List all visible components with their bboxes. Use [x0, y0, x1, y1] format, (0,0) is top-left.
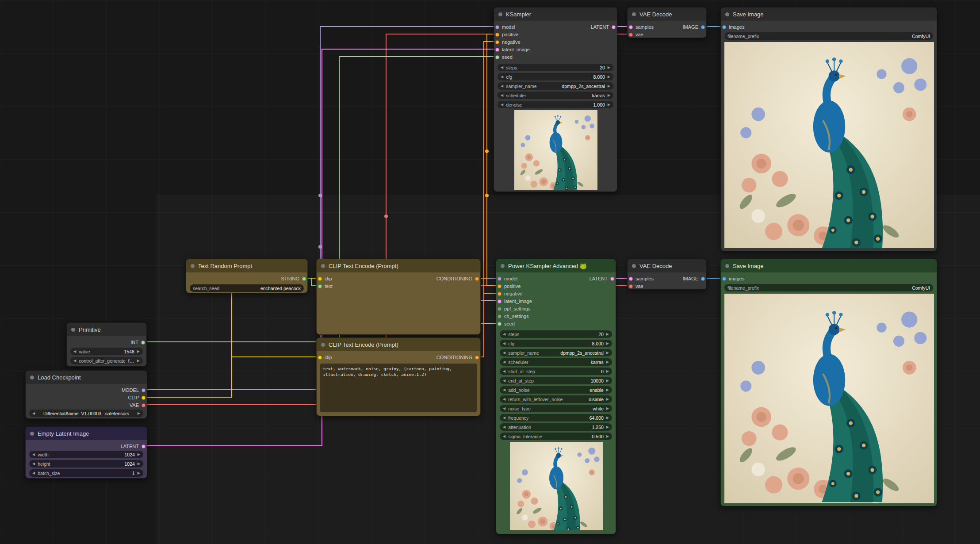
widget-sigma-tolerance[interactable]: ◀ sigma_tolerance 0.500 ▶: [500, 433, 612, 440]
stepper-right-icon[interactable]: ▶: [606, 435, 609, 438]
slot-dot[interactable]: [498, 322, 501, 326]
output-slot-clip[interactable]: CLIP: [128, 394, 145, 401]
output-slot-model[interactable]: MODEL: [122, 387, 145, 394]
widget-batch-size[interactable]: ◀ batch_size 1 ▶: [29, 469, 143, 477]
input-slot-seed[interactable]: seed: [495, 54, 513, 61]
node-clip-text-encode-positive[interactable]: CLIP Text Encode (Prompt) clip text COND…: [316, 259, 481, 335]
widget-start-at-step[interactable]: ◀ start_at_step 0 ▶: [500, 368, 612, 375]
stepper-left-icon[interactable]: ◀: [503, 333, 505, 336]
stepper-right-icon[interactable]: ▶: [606, 388, 609, 392]
slot-dot[interactable]: [495, 48, 499, 52]
stepper-left-icon[interactable]: ◀: [503, 351, 505, 355]
stepper-left-icon[interactable]: ◀: [32, 453, 35, 456]
stepper-left-icon[interactable]: ◀: [503, 379, 505, 383]
widget-return-with-leftover-noise[interactable]: ◀ return_with_leftover_noise disable ▶: [500, 395, 612, 403]
stepper-left-icon[interactable]: ◀: [503, 435, 505, 438]
slot-dot[interactable]: [701, 25, 705, 29]
slot-dot[interactable]: [495, 33, 499, 37]
stepper-right-icon[interactable]: ▶: [606, 379, 609, 383]
slot-dot[interactable]: [612, 25, 616, 29]
node-header[interactable]: Load Checkpoint: [26, 371, 147, 384]
input-slot-positive[interactable]: positive: [495, 31, 518, 38]
slot-dot[interactable]: [495, 25, 499, 29]
slot-dot[interactable]: [318, 284, 322, 288]
stepper-right-icon[interactable]: ▶: [137, 359, 140, 363]
stepper-right-icon[interactable]: ▶: [606, 351, 609, 355]
slot-dot[interactable]: [495, 40, 499, 44]
slot-dot[interactable]: [142, 388, 145, 392]
slot-dot[interactable]: [610, 277, 614, 281]
widget-value[interactable]: ◀ value 1548 ▶: [70, 348, 143, 355]
node-empty-latent-image[interactable]: Empty Latent Image LATENT ◀ width 1024 ▶…: [25, 426, 147, 479]
widget-sampler-name[interactable]: ◀ sampler_name dpmpp_2s_ancestral ▶: [500, 349, 612, 356]
slot-dot[interactable]: [302, 277, 306, 281]
stepper-right-icon[interactable]: ▶: [138, 471, 140, 475]
widget-scheduler[interactable]: ◀ scheduler karras ▶: [498, 92, 613, 99]
node-save-image-bottom[interactable]: Save Image images filename_prefix ComfyU…: [720, 259, 937, 506]
slot-dot[interactable]: [142, 396, 145, 400]
widget-control-after-generate[interactable]: ◀ control_after_generate fixed ▶: [70, 357, 143, 364]
output-slot-latent[interactable]: LATENT: [591, 23, 616, 31]
widget-attenuation[interactable]: ◀ attenuation 1.250 ▶: [500, 423, 612, 431]
input-slot-negative[interactable]: negative: [495, 38, 521, 46]
node-clip-text-encode-negative[interactable]: CLIP Text Encode (Prompt) clip CONDITION…: [316, 337, 481, 416]
slot-dot[interactable]: [142, 403, 145, 407]
stepper-right-icon[interactable]: ▶: [606, 398, 609, 401]
node-vae-decode-bottom[interactable]: VAE Decode samples vae IMAGE: [627, 259, 707, 290]
node-header[interactable]: VAE Decode: [628, 8, 706, 21]
input-slot-samples[interactable]: samples: [629, 23, 654, 31]
output-slot-conditioning[interactable]: CONDITIONING: [436, 354, 479, 361]
widget-sampler-name[interactable]: ◀ sampler_name dpmpp_2s_ancestral ▶: [498, 82, 613, 90]
stepper-left-icon[interactable]: ◀: [32, 412, 35, 415]
stepper-right-icon[interactable]: ▶: [608, 84, 610, 88]
node-header[interactable]: Text Random Prompt: [186, 259, 307, 272]
node-power-ksampler-advanced[interactable]: Power KSampler Advanced 🐸 model positive…: [496, 259, 616, 534]
slot-dot[interactable]: [629, 25, 633, 29]
output-slot-conditioning[interactable]: CONDITIONING: [436, 275, 479, 282]
widget-ckpt-name[interactable]: ◀ DifferentialAnime_V1-00003_.safetensor…: [29, 410, 143, 417]
input-slot-ch-settings[interactable]: ch_settings: [498, 313, 529, 320]
node-header[interactable]: VAE Decode: [628, 259, 706, 272]
input-slot-images[interactable]: images: [722, 23, 744, 31]
widget-filename-prefix[interactable]: filename_prefix ComfyUI: [724, 284, 933, 291]
stepper-right-icon[interactable]: ▶: [137, 350, 140, 353]
stepper-left-icon[interactable]: ◀: [32, 471, 35, 475]
input-slot-samples[interactable]: samples: [629, 275, 654, 282]
slot-dot[interactable]: [475, 356, 479, 360]
slot-dot[interactable]: [141, 341, 145, 345]
stepper-left-icon[interactable]: ◀: [73, 359, 76, 363]
stepper-left-icon[interactable]: ◀: [501, 103, 503, 107]
widget-steps[interactable]: ◀ steps 20 ▶: [500, 330, 612, 338]
input-slot-clip[interactable]: clip: [318, 354, 332, 361]
slot-dot[interactable]: [498, 277, 501, 281]
stepper-left-icon[interactable]: ◀: [503, 342, 505, 345]
slot-dot[interactable]: [629, 33, 633, 37]
stepper-right-icon[interactable]: ▶: [606, 342, 609, 345]
slot-dot[interactable]: [629, 284, 633, 288]
slot-dot[interactable]: [498, 307, 501, 311]
slot-dot[interactable]: [722, 277, 726, 281]
widget-search-seed[interactable]: search_seed enchanted peacock: [190, 284, 304, 292]
stepper-right-icon[interactable]: ▶: [606, 425, 609, 429]
slot-dot[interactable]: [318, 277, 322, 281]
output-slot-latent[interactable]: LATENT: [121, 443, 145, 450]
input-slot-seed[interactable]: seed: [498, 320, 515, 327]
stepper-right-icon[interactable]: ▶: [138, 453, 140, 456]
widget-denoise[interactable]: ◀ denoise 1.000 ▶: [498, 101, 613, 108]
input-slot-negative[interactable]: negative: [498, 290, 523, 297]
stepper-left-icon[interactable]: ◀: [503, 407, 505, 410]
output-slot-vae[interactable]: VAE: [130, 402, 145, 409]
stepper-right-icon[interactable]: ▶: [606, 407, 609, 410]
node-header[interactable]: CLIP Text Encode (Prompt): [317, 259, 480, 272]
stepper-right-icon[interactable]: ▶: [608, 75, 610, 79]
stepper-left-icon[interactable]: ◀: [503, 398, 505, 401]
stepper-right-icon[interactable]: ▶: [606, 370, 609, 373]
input-slot-model[interactable]: model: [498, 275, 517, 282]
slot-dot[interactable]: [629, 277, 633, 281]
stepper-right-icon[interactable]: ▶: [138, 412, 140, 415]
widget-add-noise[interactable]: ◀ add_noise enable ▶: [500, 386, 612, 394]
slot-dot[interactable]: [495, 55, 499, 59]
node-save-image-top[interactable]: Save Image images filename_prefix ComfyU…: [720, 7, 937, 251]
stepper-left-icon[interactable]: ◀: [501, 84, 503, 88]
input-slot-latent-image[interactable]: latent_image: [495, 46, 530, 53]
